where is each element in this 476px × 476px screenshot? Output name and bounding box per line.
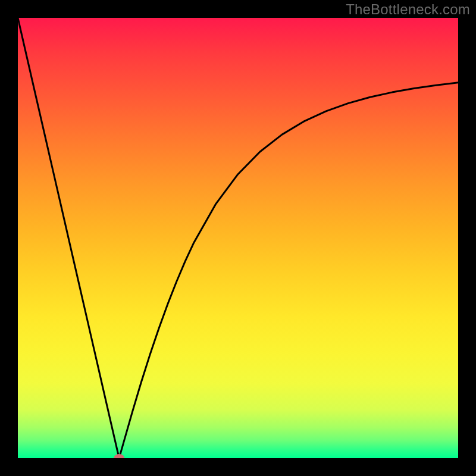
- plot-area: [18, 18, 458, 458]
- min-marker: [114, 454, 124, 458]
- watermark-text: TheBottleneck.com: [346, 1, 470, 18]
- chart-frame: TheBottleneck.com: [0, 0, 476, 476]
- curve-path: [18, 18, 458, 458]
- plot-svg: [18, 18, 458, 458]
